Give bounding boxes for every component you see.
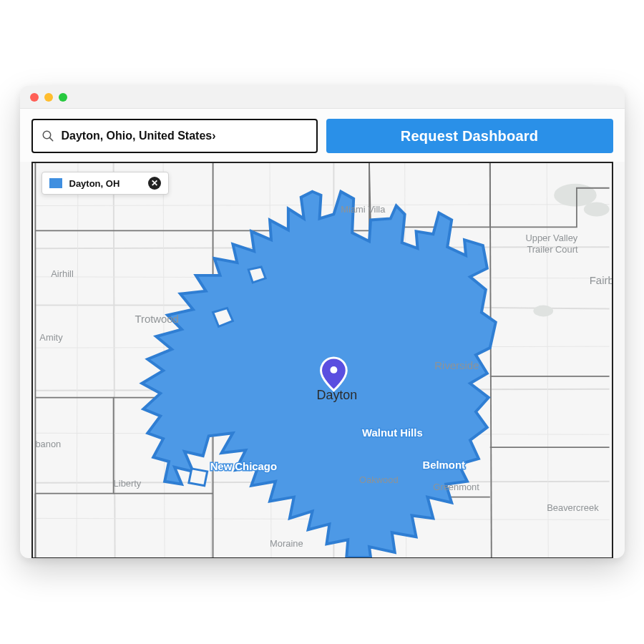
request-dashboard-button[interactable]: Request Dashboard (326, 119, 613, 153)
svg-point-5 (533, 306, 553, 317)
place-belmont: Belmont (422, 459, 465, 471)
place-beavercreek: Beavercreek (547, 502, 599, 513)
search-input[interactable] (62, 130, 308, 142)
place-liberty: Liberty (113, 478, 141, 489)
place-upper-valley-2: Trailer Court (527, 244, 578, 255)
legend-chip: Dayton, OH ✕ (42, 172, 170, 195)
svg-line-1 (49, 137, 52, 140)
legend-swatch (49, 178, 62, 188)
place-moraine: Moraine (270, 538, 303, 549)
place-walnut-hills: Walnut Hills (362, 427, 423, 439)
window-minimize-dot[interactable] (44, 93, 53, 102)
legend-label: Dayton, OH (69, 178, 120, 189)
place-greenmont: Greenmont (433, 482, 479, 492)
window-close-dot[interactable] (30, 93, 39, 102)
place-miami-villa: Miami Villa (341, 204, 386, 215)
place-fairbo: Fairbo (589, 275, 611, 286)
svg-point-4 (583, 203, 609, 217)
window-maximize-dot[interactable] (59, 93, 67, 102)
map-container[interactable]: Airhill Amity banon Liberty Trotwood Mia… (31, 162, 613, 558)
place-banon: banon (35, 439, 61, 449)
place-amity: Amity (39, 332, 63, 343)
legend-close-icon[interactable]: ✕ (148, 177, 161, 190)
svg-point-7 (330, 366, 337, 374)
place-riverside: Riverside (434, 360, 479, 371)
map-canvas[interactable]: Airhill Amity banon Liberty Trotwood Mia… (33, 163, 612, 557)
browser-window: Request Dashboard (20, 86, 625, 558)
search-box[interactable] (31, 119, 318, 153)
search-icon (42, 130, 54, 142)
place-new-chicago: New Chicago (210, 461, 276, 472)
place-dayton-center: Dayton (316, 388, 357, 402)
place-upper-valley-1: Upper Valley (525, 233, 577, 243)
place-oakwood: Oakwood (359, 474, 398, 485)
place-airhill: Airhill (51, 268, 74, 279)
toolbar: Request Dashboard (20, 109, 625, 162)
svg-point-3 (554, 184, 597, 207)
place-trotwood: Trotwood (135, 313, 178, 325)
window-titlebar (20, 86, 625, 109)
